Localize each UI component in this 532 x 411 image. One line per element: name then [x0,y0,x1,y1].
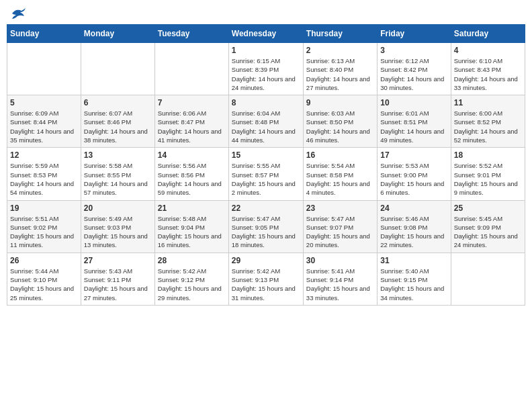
day-info: Sunrise: 6:15 AM Sunset: 8:39 PM Dayligh… [232,56,300,92]
day-info: Sunrise: 5:49 AM Sunset: 9:03 PM Dayligh… [84,214,152,250]
day-info: Sunrise: 6:03 AM Sunset: 8:50 PM Dayligh… [306,109,374,144]
day-cell [7,43,81,95]
day-info: Sunrise: 6:06 AM Sunset: 8:47 PM Dayligh… [158,109,226,144]
day-number: 20 [84,203,152,213]
day-info: Sunrise: 5:41 AM Sunset: 9:14 PM Dayligh… [306,267,374,302]
day-cell: 19Sunrise: 5:51 AM Sunset: 9:02 PM Dayli… [7,200,81,253]
logo [9,7,27,20]
day-info: Sunrise: 5:59 AM Sunset: 8:53 PM Dayligh… [10,161,78,197]
week-row-3: 12Sunrise: 5:59 AM Sunset: 8:53 PM Dayli… [7,148,525,200]
weekday-header-saturday: Saturday [451,25,525,43]
day-number: 22 [232,203,300,213]
day-number: 1 [232,46,300,55]
day-cell: 24Sunrise: 5:46 AM Sunset: 9:08 PM Dayli… [378,200,451,253]
day-cell: 20Sunrise: 5:49 AM Sunset: 9:03 PM Dayli… [81,200,154,253]
page-header [7,7,525,20]
day-info: Sunrise: 5:47 AM Sunset: 9:05 PM Dayligh… [232,214,300,250]
weekday-header-thursday: Thursday [303,25,377,43]
day-info: Sunrise: 6:13 AM Sunset: 8:40 PM Dayligh… [306,56,374,92]
day-number: 28 [158,256,226,265]
day-info: Sunrise: 5:40 AM Sunset: 9:15 PM Dayligh… [380,267,447,302]
day-cell: 15Sunrise: 5:55 AM Sunset: 8:57 PM Dayli… [228,148,303,200]
day-number: 21 [158,203,226,213]
day-info: Sunrise: 5:55 AM Sunset: 8:57 PM Dayligh… [232,161,300,197]
day-cell: 7Sunrise: 6:06 AM Sunset: 8:47 PM Daylig… [154,95,228,148]
day-cell: 4Sunrise: 6:10 AM Sunset: 8:43 PM Daylig… [451,43,525,95]
day-info: Sunrise: 5:44 AM Sunset: 9:10 PM Dayligh… [10,267,78,302]
day-cell: 27Sunrise: 5:43 AM Sunset: 9:11 PM Dayli… [81,253,154,305]
weekday-header-row: SundayMondayTuesdayWednesdayThursdayFrid… [7,25,525,43]
day-cell [154,43,228,95]
weekday-header-wednesday: Wednesday [228,25,303,43]
weekday-header-tuesday: Tuesday [154,25,228,43]
day-number: 24 [380,203,447,213]
day-cell: 31Sunrise: 5:40 AM Sunset: 9:15 PM Dayli… [378,253,451,305]
day-number: 4 [454,46,522,55]
day-cell: 13Sunrise: 5:58 AM Sunset: 8:55 PM Dayli… [81,148,154,200]
day-info: Sunrise: 6:12 AM Sunset: 8:42 PM Dayligh… [380,56,447,92]
day-cell: 10Sunrise: 6:01 AM Sunset: 8:51 PM Dayli… [378,95,451,148]
day-cell: 1Sunrise: 6:15 AM Sunset: 8:39 PM Daylig… [228,43,303,95]
day-info: Sunrise: 5:58 AM Sunset: 8:55 PM Dayligh… [84,161,152,197]
weekday-header-friday: Friday [378,25,451,43]
week-row-4: 19Sunrise: 5:51 AM Sunset: 9:02 PM Dayli… [7,200,525,253]
day-number: 19 [10,203,78,213]
day-cell: 23Sunrise: 5:47 AM Sunset: 9:07 PM Dayli… [303,200,377,253]
day-cell: 8Sunrise: 6:04 AM Sunset: 8:48 PM Daylig… [228,95,303,148]
day-info: Sunrise: 5:46 AM Sunset: 9:08 PM Dayligh… [380,214,447,250]
day-cell [451,253,525,305]
day-cell: 6Sunrise: 6:07 AM Sunset: 8:46 PM Daylig… [81,95,154,148]
day-cell: 12Sunrise: 5:59 AM Sunset: 8:53 PM Dayli… [7,148,81,200]
day-number: 30 [306,256,374,265]
day-info: Sunrise: 5:56 AM Sunset: 8:56 PM Dayligh… [158,161,226,197]
day-number: 29 [232,256,300,265]
day-cell: 16Sunrise: 5:54 AM Sunset: 8:58 PM Dayli… [303,148,377,200]
day-number: 18 [454,150,522,160]
day-cell [81,43,154,95]
day-info: Sunrise: 5:43 AM Sunset: 9:11 PM Dayligh… [84,267,152,302]
week-row-1: 1Sunrise: 6:15 AM Sunset: 8:39 PM Daylig… [7,43,525,95]
day-info: Sunrise: 5:42 AM Sunset: 9:13 PM Dayligh… [232,267,300,302]
day-info: Sunrise: 6:07 AM Sunset: 8:46 PM Dayligh… [84,109,152,144]
day-info: Sunrise: 5:48 AM Sunset: 9:04 PM Dayligh… [158,214,226,250]
day-number: 26 [10,256,78,265]
day-number: 7 [158,98,226,107]
day-cell: 21Sunrise: 5:48 AM Sunset: 9:04 PM Dayli… [154,200,228,253]
day-info: Sunrise: 6:00 AM Sunset: 8:52 PM Dayligh… [454,109,522,144]
day-cell: 30Sunrise: 5:41 AM Sunset: 9:14 PM Dayli… [303,253,377,305]
day-info: Sunrise: 5:52 AM Sunset: 9:01 PM Dayligh… [454,161,522,197]
day-number: 25 [454,203,522,213]
day-info: Sunrise: 5:53 AM Sunset: 9:00 PM Dayligh… [380,161,447,197]
day-number: 10 [380,98,447,107]
weekday-header-monday: Monday [81,25,154,43]
day-info: Sunrise: 6:10 AM Sunset: 8:43 PM Dayligh… [454,56,522,92]
day-number: 6 [84,98,152,107]
day-cell: 17Sunrise: 5:53 AM Sunset: 9:00 PM Dayli… [378,148,451,200]
day-cell: 25Sunrise: 5:45 AM Sunset: 9:09 PM Dayli… [451,200,525,253]
day-number: 11 [454,98,522,107]
day-number: 15 [232,150,300,160]
day-info: Sunrise: 5:42 AM Sunset: 9:12 PM Dayligh… [158,267,226,302]
day-number: 23 [306,203,374,213]
day-number: 17 [380,150,447,160]
day-number: 14 [158,150,226,160]
day-cell: 28Sunrise: 5:42 AM Sunset: 9:12 PM Dayli… [154,253,228,305]
day-cell: 2Sunrise: 6:13 AM Sunset: 8:40 PM Daylig… [303,43,377,95]
day-cell: 22Sunrise: 5:47 AM Sunset: 9:05 PM Dayli… [228,200,303,253]
day-cell: 3Sunrise: 6:12 AM Sunset: 8:42 PM Daylig… [378,43,451,95]
day-cell: 14Sunrise: 5:56 AM Sunset: 8:56 PM Dayli… [154,148,228,200]
day-number: 12 [10,150,78,160]
day-info: Sunrise: 6:01 AM Sunset: 8:51 PM Dayligh… [380,109,447,144]
day-info: Sunrise: 5:47 AM Sunset: 9:07 PM Dayligh… [306,214,374,250]
day-info: Sunrise: 6:09 AM Sunset: 8:44 PM Dayligh… [10,109,78,144]
day-cell: 11Sunrise: 6:00 AM Sunset: 8:52 PM Dayli… [451,95,525,148]
day-number: 13 [84,150,152,160]
day-number: 27 [84,256,152,265]
logo-bird-icon [11,7,27,20]
day-cell: 26Sunrise: 5:44 AM Sunset: 9:10 PM Dayli… [7,253,81,305]
weekday-header-sunday: Sunday [7,25,81,43]
calendar-table: SundayMondayTuesdayWednesdayThursdayFrid… [7,24,525,306]
day-info: Sunrise: 5:45 AM Sunset: 9:09 PM Dayligh… [454,214,522,250]
day-info: Sunrise: 5:54 AM Sunset: 8:58 PM Dayligh… [306,161,374,197]
day-number: 16 [306,150,374,160]
